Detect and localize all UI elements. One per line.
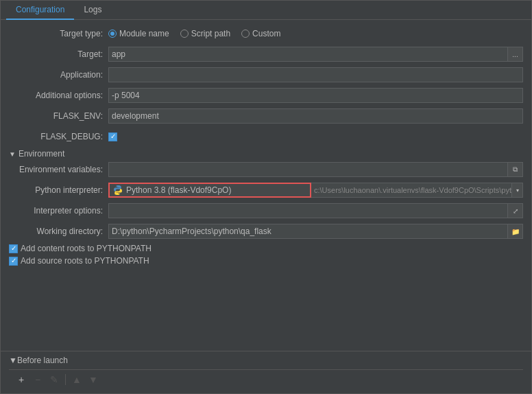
- before-launch-header[interactable]: ▼ Before launch: [9, 356, 523, 365]
- flask-env-input[interactable]: [108, 108, 523, 124]
- edit-button[interactable]: ✎: [47, 373, 61, 386]
- interpreter-options-row: Interpreter options: ⤢: [9, 202, 523, 219]
- working-directory-field: 📁: [108, 224, 523, 239]
- folder-icon: 📁: [511, 228, 520, 235]
- tab-logs[interactable]: Logs: [74, 1, 111, 20]
- radio-module-name-label: Module name: [119, 29, 169, 38]
- application-field: [108, 67, 523, 82]
- working-directory-browse-btn[interactable]: 📁: [508, 224, 523, 239]
- toolbar-separator: [65, 374, 66, 385]
- target-type-row: Target type: Module name Script path: [9, 25, 523, 42]
- interpreter-options-label: Interpreter options:: [9, 206, 108, 216]
- additional-options-input[interactable]: [108, 88, 523, 103]
- flask-debug-checkbox-box: ✓: [108, 132, 117, 141]
- configuration-content: Target type: Module name Script path: [1, 20, 531, 351]
- radio-script-path-circle: [180, 30, 189, 38]
- move-up-button[interactable]: ▲: [70, 373, 84, 386]
- add-button[interactable]: +: [14, 373, 28, 386]
- radio-custom-circle: [241, 30, 250, 38]
- add-content-roots-checkbox[interactable]: ✓ Add content roots to PYTHONPATH: [9, 244, 152, 253]
- python-interpreter-label: Python interpreter:: [9, 185, 108, 195]
- add-source-roots-checkbox[interactable]: ✓ Add source roots to PYTHONPATH: [9, 256, 149, 266]
- radio-custom[interactable]: Custom: [241, 29, 280, 38]
- target-input-group: ...: [108, 47, 523, 62]
- run-configuration-dialog: Configuration Logs Target type: Module n…: [0, 0, 532, 394]
- radio-module-name-circle: [108, 30, 117, 38]
- tab-configuration[interactable]: Configuration: [6, 1, 74, 20]
- env-variables-row: Environment variables: ⧉: [9, 161, 523, 178]
- flask-debug-checkbox[interactable]: ✓: [108, 132, 117, 141]
- before-launch-section: ▼ Before launch + − ✎ ▲ ▼: [1, 351, 531, 393]
- before-launch-arrow-icon: ▼: [9, 356, 17, 365]
- environment-arrow-icon: ▼: [9, 150, 16, 158]
- env-variables-copy-btn[interactable]: ⧉: [508, 162, 523, 177]
- environment-section-header[interactable]: ▼ Environment: [9, 149, 523, 159]
- flask-env-field: [108, 108, 523, 124]
- environment-section-label: Environment: [19, 149, 64, 159]
- target-row: Target: ...: [9, 46, 523, 62]
- flask-env-row: FLASK_ENV:: [9, 108, 523, 124]
- flask-debug-checkmark: ✓: [110, 133, 116, 140]
- additional-options-field: [108, 88, 523, 103]
- interpreter-options-input-group: ⤢: [108, 203, 523, 218]
- python-interpreter-row: Python interpreter: Python 3.8 (flask-Vd…: [9, 182, 523, 198]
- target-input[interactable]: [108, 47, 508, 62]
- add-source-roots-box: ✓: [9, 257, 18, 266]
- python-interpreter-name: Python 3.8 (flask-Vdof9CpO): [126, 185, 307, 195]
- flask-debug-label: FLASK_DEBUG:: [9, 132, 108, 141]
- target-type-field: Module name Script path Custom: [108, 29, 523, 38]
- interpreter-options-input[interactable]: [108, 203, 508, 218]
- radio-script-path-label: Script path: [191, 29, 230, 38]
- interpreter-options-expand-btn[interactable]: ⤢: [508, 203, 523, 218]
- remove-button[interactable]: −: [31, 373, 45, 386]
- add-source-roots-label: Add source roots to PYTHONPATH: [21, 256, 149, 266]
- working-directory-row: Working directory: 📁: [9, 223, 523, 240]
- additional-options-label: Additional options:: [9, 91, 108, 100]
- before-launch-label: Before launch: [17, 356, 68, 365]
- env-variables-input-group: ⧉: [108, 162, 523, 177]
- env-variables-label: Environment variables:: [9, 165, 108, 174]
- radio-module-name-dot: [110, 32, 114, 36]
- move-down-button[interactable]: ▼: [86, 373, 100, 386]
- application-input[interactable]: [108, 67, 523, 82]
- before-launch-toolbar: + − ✎ ▲ ▼: [9, 369, 523, 389]
- flask-debug-field: ✓: [108, 132, 523, 141]
- flask-env-label: FLASK_ENV:: [9, 111, 108, 121]
- add-content-roots-label: Add content roots to PYTHONPATH: [21, 244, 152, 253]
- env-variables-field: ⧉: [108, 162, 523, 177]
- python-interpreter-field: Python 3.8 (flask-Vdof9CpO) c:\Users\luc…: [108, 183, 523, 198]
- add-content-roots-row: ✓ Add content roots to PYTHONPATH: [9, 244, 523, 253]
- add-content-roots-checkmark: ✓: [11, 245, 16, 252]
- python-interpreter-dropdown-btn[interactable]: ▾: [512, 183, 523, 198]
- application-label: Application:: [9, 70, 108, 80]
- add-content-roots-box: ✓: [9, 244, 18, 253]
- working-directory-label: Working directory:: [9, 227, 108, 236]
- target-browse-btn[interactable]: ...: [508, 47, 523, 62]
- target-type-radio-group: Module name Script path Custom: [108, 29, 280, 38]
- python-icon: [112, 185, 123, 196]
- additional-options-row: Additional options:: [9, 87, 523, 104]
- flask-debug-row: FLASK_DEBUG: ✓: [9, 128, 523, 145]
- target-field: ...: [108, 47, 523, 62]
- add-source-roots-checkmark: ✓: [11, 257, 16, 264]
- working-directory-input[interactable]: [108, 224, 508, 239]
- tab-bar: Configuration Logs: [1, 1, 531, 20]
- env-variables-input[interactable]: [108, 162, 508, 177]
- python-interpreter-selector[interactable]: Python 3.8 (flask-Vdof9CpO): [108, 183, 311, 198]
- working-directory-input-group: 📁: [108, 224, 523, 239]
- application-row: Application:: [9, 67, 523, 83]
- python-interpreter-path: c:\Users\luchaonan\.virtualenvs\flask-Vd…: [311, 183, 512, 198]
- interpreter-options-field: ⤢: [108, 203, 523, 218]
- radio-module-name[interactable]: Module name: [108, 29, 169, 38]
- radio-custom-label: Custom: [252, 29, 280, 38]
- target-label: Target:: [9, 49, 108, 59]
- radio-script-path[interactable]: Script path: [180, 29, 230, 38]
- target-type-label: Target type:: [9, 29, 108, 38]
- add-source-roots-row: ✓ Add source roots to PYTHONPATH: [9, 256, 523, 266]
